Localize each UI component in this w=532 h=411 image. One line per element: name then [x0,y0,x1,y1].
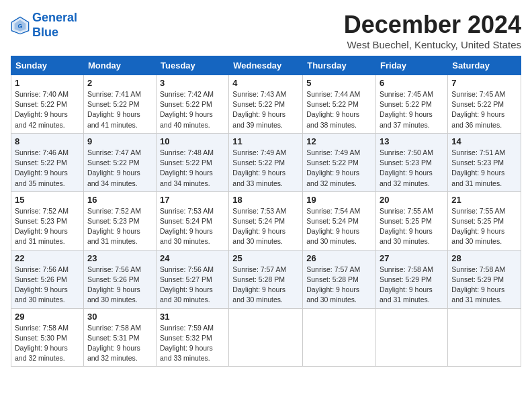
calendar-cell: 21 Sunrise: 7:55 AMSunset: 5:25 PMDaylig… [448,191,521,250]
day-number: 6 [380,78,444,88]
calendar-cell: 22 Sunrise: 7:56 AMSunset: 5:26 PMDaylig… [11,250,84,308]
calendar-cell: 27 Sunrise: 7:58 AMSunset: 5:29 PMDaylig… [376,250,448,308]
header: G General Blue December 2024 West Bueche… [11,11,521,50]
calendar-cell: 14 Sunrise: 7:51 AMSunset: 5:23 PMDaylig… [448,133,521,191]
day-info: Sunrise: 7:57 AMSunset: 5:28 PMDaylight:… [306,265,372,306]
logo-line1: General [32,11,77,24]
day-info: Sunrise: 7:42 AMSunset: 5:22 PMDaylight:… [160,89,225,130]
day-info: Sunrise: 7:55 AMSunset: 5:25 PMDaylight:… [451,206,517,247]
calendar-cell: 31 Sunrise: 7:59 AMSunset: 5:32 PMDaylig… [157,308,229,367]
logo-line2: Blue [32,26,58,39]
calendar-cell: 11 Sunrise: 7:49 AMSunset: 5:22 PMDaylig… [229,133,303,191]
calendar-week-row: 29 Sunrise: 7:58 AMSunset: 5:30 PMDaylig… [11,308,521,367]
day-info: Sunrise: 7:51 AMSunset: 5:23 PMDaylight:… [451,148,517,189]
calendar-cell: 23 Sunrise: 7:56 AMSunset: 5:26 PMDaylig… [83,250,156,308]
calendar-cell: 29 Sunrise: 7:58 AMSunset: 5:30 PMDaylig… [11,308,84,367]
day-number: 14 [451,136,517,146]
calendar-cell [229,308,303,367]
day-info: Sunrise: 7:56 AMSunset: 5:26 PMDaylight:… [87,265,152,306]
day-number: 23 [87,253,152,263]
calendar-header-cell: Saturday [448,56,521,75]
day-info: Sunrise: 7:48 AMSunset: 5:22 PMDaylight:… [160,148,225,189]
calendar-cell: 8 Sunrise: 7:46 AMSunset: 5:22 PMDayligh… [11,133,84,191]
calendar-cell [303,308,376,367]
calendar-cell: 13 Sunrise: 7:50 AMSunset: 5:23 PMDaylig… [376,133,448,191]
calendar-cell: 15 Sunrise: 7:52 AMSunset: 5:23 PMDaylig… [11,191,84,250]
day-info: Sunrise: 7:46 AMSunset: 5:22 PMDaylight:… [15,148,80,189]
calendar-table: SundayMondayTuesdayWednesdayThursdayFrid… [11,56,521,367]
day-number: 5 [306,78,372,88]
calendar-header-row: SundayMondayTuesdayWednesdayThursdayFrid… [11,56,521,75]
calendar-cell: 7 Sunrise: 7:45 AMSunset: 5:22 PMDayligh… [448,75,521,134]
day-number: 24 [160,253,225,263]
day-number: 8 [15,136,80,146]
calendar-cell: 2 Sunrise: 7:41 AMSunset: 5:22 PMDayligh… [83,75,156,134]
day-number: 12 [306,136,372,146]
calendar-cell: 9 Sunrise: 7:47 AMSunset: 5:22 PMDayligh… [83,133,156,191]
day-info: Sunrise: 7:44 AMSunset: 5:22 PMDaylight:… [306,89,372,130]
calendar-week-row: 8 Sunrise: 7:46 AMSunset: 5:22 PMDayligh… [11,133,521,191]
day-info: Sunrise: 7:43 AMSunset: 5:22 PMDaylight:… [232,89,299,130]
day-number: 9 [87,136,152,146]
calendar-cell: 4 Sunrise: 7:43 AMSunset: 5:22 PMDayligh… [229,75,303,134]
day-info: Sunrise: 7:53 AMSunset: 5:24 PMDaylight:… [232,206,299,247]
calendar-cell: 12 Sunrise: 7:49 AMSunset: 5:22 PMDaylig… [303,133,376,191]
day-number: 28 [451,253,517,263]
day-number: 31 [160,312,225,322]
calendar-cell: 10 Sunrise: 7:48 AMSunset: 5:22 PMDaylig… [157,133,229,191]
day-number: 20 [380,195,444,205]
calendar-cell: 18 Sunrise: 7:53 AMSunset: 5:24 PMDaylig… [229,191,303,250]
day-number: 13 [380,136,444,146]
calendar-cell: 1 Sunrise: 7:40 AMSunset: 5:22 PMDayligh… [11,75,84,134]
day-number: 15 [15,195,80,205]
calendar-cell: 17 Sunrise: 7:53 AMSunset: 5:24 PMDaylig… [157,191,229,250]
day-number: 30 [87,312,152,322]
day-number: 21 [451,195,517,205]
calendar-cell [448,308,521,367]
day-info: Sunrise: 7:55 AMSunset: 5:25 PMDaylight:… [380,206,444,247]
day-info: Sunrise: 7:58 AMSunset: 5:30 PMDaylight:… [15,323,80,364]
day-number: 1 [15,78,80,88]
day-info: Sunrise: 7:58 AMSunset: 5:29 PMDaylight:… [451,265,517,306]
title-area: December 2024 West Buechel, Kentucky, Un… [344,11,521,50]
logo: G General Blue [11,11,77,40]
day-info: Sunrise: 7:53 AMSunset: 5:24 PMDaylight:… [160,206,225,247]
day-number: 26 [306,253,372,263]
calendar-cell: 5 Sunrise: 7:44 AMSunset: 5:22 PMDayligh… [303,75,376,134]
calendar-header-cell: Thursday [303,56,376,75]
day-info: Sunrise: 7:58 AMSunset: 5:31 PMDaylight:… [87,323,152,364]
svg-text:G: G [17,22,22,29]
calendar-header-cell: Wednesday [229,56,303,75]
day-info: Sunrise: 7:47 AMSunset: 5:22 PMDaylight:… [87,148,152,189]
calendar-cell: 19 Sunrise: 7:54 AMSunset: 5:24 PMDaylig… [303,191,376,250]
calendar-cell: 20 Sunrise: 7:55 AMSunset: 5:25 PMDaylig… [376,191,448,250]
day-number: 25 [232,253,299,263]
day-number: 27 [380,253,444,263]
calendar-cell: 3 Sunrise: 7:42 AMSunset: 5:22 PMDayligh… [157,75,229,134]
calendar-week-row: 15 Sunrise: 7:52 AMSunset: 5:23 PMDaylig… [11,191,521,250]
day-info: Sunrise: 7:54 AMSunset: 5:24 PMDaylight:… [306,206,372,247]
calendar-header-cell: Friday [376,56,448,75]
day-info: Sunrise: 7:49 AMSunset: 5:22 PMDaylight:… [306,148,372,189]
day-number: 11 [232,136,299,146]
day-info: Sunrise: 7:58 AMSunset: 5:29 PMDaylight:… [380,265,444,306]
day-number: 18 [232,195,299,205]
day-number: 2 [87,78,152,88]
day-info: Sunrise: 7:49 AMSunset: 5:22 PMDaylight:… [232,148,299,189]
day-number: 29 [15,312,80,322]
calendar-cell: 28 Sunrise: 7:58 AMSunset: 5:29 PMDaylig… [448,250,521,308]
calendar-header-cell: Sunday [11,56,84,75]
day-info: Sunrise: 7:50 AMSunset: 5:23 PMDaylight:… [380,148,444,189]
day-info: Sunrise: 7:56 AMSunset: 5:27 PMDaylight:… [160,265,225,306]
day-number: 3 [160,78,225,88]
day-number: 4 [232,78,299,88]
day-number: 22 [15,253,80,263]
calendar-cell: 26 Sunrise: 7:57 AMSunset: 5:28 PMDaylig… [303,250,376,308]
day-number: 10 [160,136,225,146]
day-info: Sunrise: 7:52 AMSunset: 5:23 PMDaylight:… [87,206,152,247]
location-title: West Buechel, Kentucky, United States [344,39,521,50]
day-number: 19 [306,195,372,205]
calendar-header-cell: Tuesday [157,56,229,75]
day-info: Sunrise: 7:40 AMSunset: 5:22 PMDaylight:… [15,89,80,130]
day-info: Sunrise: 7:45 AMSunset: 5:22 PMDaylight:… [451,89,517,130]
